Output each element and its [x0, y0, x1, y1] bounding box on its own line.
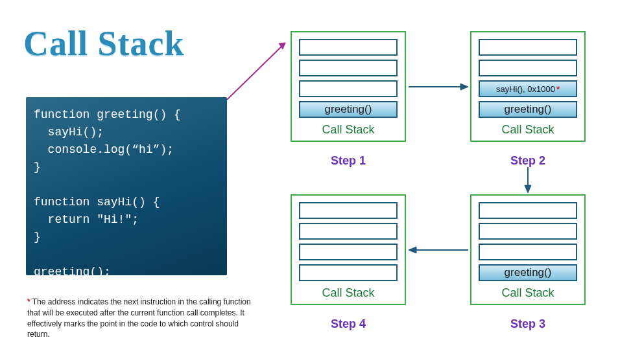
stack-slot: [479, 223, 577, 240]
stack-slot: [299, 223, 398, 240]
stack-slot: [479, 39, 577, 56]
stack-slot-filled: greeting(): [479, 101, 577, 118]
call-stack-label: Call Stack: [322, 286, 374, 300]
stack-slot-filled: sayHi(), 0x1000*: [479, 80, 577, 97]
arrow-code-to-step1: [227, 38, 292, 100]
stack-slot: [479, 244, 577, 260]
code-snippet: function greeting() { sayHi(); console.l…: [26, 97, 227, 275]
asterisk-marker: *: [556, 84, 560, 94]
svg-line-0: [227, 43, 285, 100]
svg-marker-5: [525, 185, 531, 193]
stack-panel-step4: Call Stack: [291, 194, 406, 305]
arrow-step3-to-step4: [409, 245, 468, 255]
footnote: * The address indicates the next instruc…: [27, 297, 261, 340]
call-stack-label: Call Stack: [501, 286, 554, 300]
arrow-step2-to-step3: [523, 167, 533, 193]
stack-slot-filled: greeting(): [479, 264, 577, 281]
stack-slot: [299, 244, 398, 260]
stack-panel-step2: sayHi(), 0x1000* greeting() Call Stack: [470, 31, 586, 142]
stack-panel-step3: greeting() Call Stack: [470, 194, 586, 305]
call-stack-label: Call Stack: [501, 123, 554, 137]
svg-marker-3: [460, 84, 468, 90]
stack-slot: [479, 202, 577, 219]
svg-marker-7: [409, 247, 416, 253]
stack-slot: [299, 80, 398, 97]
page-title: Call Stack: [23, 23, 185, 63]
step-label-1: Step 1: [291, 154, 406, 168]
call-stack-label: Call Stack: [322, 123, 374, 137]
stack-slot: [299, 202, 398, 219]
stack-panel-step1: greeting() Call Stack: [291, 31, 406, 142]
step-label-2: Step 2: [470, 154, 586, 168]
footnote-text: The address indicates the next instructi…: [27, 297, 251, 339]
stack-slot: [299, 60, 398, 76]
stack-slot: [479, 60, 577, 76]
stack-slot-text: sayHi(), 0x1000: [496, 84, 555, 94]
step-label-3: Step 3: [470, 317, 586, 331]
step-label-4: Step 4: [291, 317, 406, 331]
stack-slot-filled: greeting(): [299, 101, 398, 118]
stack-slot: [299, 39, 398, 56]
stack-slot: [299, 264, 398, 281]
arrow-step1-to-step2: [409, 82, 468, 92]
